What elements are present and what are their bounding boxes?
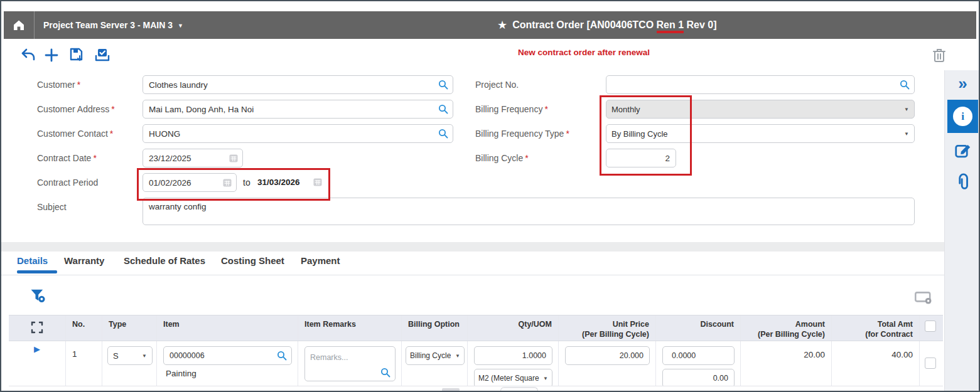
- search-icon[interactable]: [380, 368, 390, 378]
- row-qty-input[interactable]: [474, 346, 552, 365]
- customer-input[interactable]: [143, 75, 453, 94]
- row-remarks-field: [304, 346, 396, 381]
- panel-tab-attachments[interactable]: [945, 172, 980, 193]
- row-type-value: S: [113, 351, 119, 361]
- required-asterisk: *: [110, 129, 113, 139]
- server-menu-label: Project Team Server 3 - MAIN 3: [43, 20, 173, 30]
- double-chevron-right-icon: »: [958, 74, 967, 93]
- row-item-remarks-cell: [298, 341, 401, 386]
- header-discount: Discount: [655, 315, 740, 341]
- favorite-star-icon[interactable]: ★: [497, 19, 507, 31]
- row-no: 1: [65, 341, 102, 386]
- panel-tab-edit[interactable]: [945, 142, 980, 161]
- items-table-header: No. Type Item Item Remarks Billing Optio…: [9, 315, 943, 341]
- header-unit-price-line2: (Per Billing Cycle): [565, 330, 649, 340]
- customer-address-label: Customer Address*: [37, 104, 115, 114]
- undo-button[interactable]: [20, 48, 36, 65]
- customer-address-label-text: Customer Address: [37, 104, 109, 114]
- info-letter: i: [961, 110, 964, 123]
- row-expand-button[interactable]: ▶: [9, 341, 65, 386]
- window-title: ★ Contract Order [AN00406TCO Ren 1 Rev 0…: [497, 11, 717, 39]
- subject-label: Subject: [37, 202, 67, 212]
- billing-frequency-type-value: By Billing Cycle: [611, 129, 668, 139]
- row-checkbox[interactable]: [925, 358, 936, 369]
- row-type-select[interactable]: S ▼: [107, 346, 153, 365]
- server-menu[interactable]: Project Team Server 3 - MAIN 3 ▼: [43, 20, 183, 30]
- info-icon: i: [953, 107, 972, 126]
- row-item-field: [163, 346, 292, 365]
- chevron-down-icon: ▼: [455, 353, 460, 359]
- tab-warranty[interactable]: Warranty: [64, 255, 104, 266]
- clipped-next-row-button: [500, 387, 538, 392]
- title-suffix: Rev 0]: [684, 19, 716, 30]
- tab-schedule-of-rates[interactable]: Schedule of Rates: [124, 255, 205, 266]
- expand-all-button[interactable]: [9, 315, 65, 341]
- contract-date-input[interactable]: [143, 149, 243, 167]
- chevron-down-icon: ▼: [178, 23, 183, 29]
- row-discount-amt-input[interactable]: [662, 369, 735, 386]
- row-discount-pct-input[interactable]: [662, 346, 735, 365]
- contract-date-label: Contract Date*: [37, 153, 97, 163]
- grid-column-settings-button[interactable]: [913, 289, 934, 309]
- row-qty-uom-cell: M2 (Meter Square ▼: [467, 341, 558, 386]
- calendar-icon[interactable]: [223, 178, 232, 187]
- search-icon[interactable]: [900, 80, 910, 90]
- search-icon[interactable]: [277, 351, 287, 361]
- submit-check-icon: [94, 48, 110, 63]
- search-icon[interactable]: [438, 129, 448, 139]
- tab-details[interactable]: Details: [17, 255, 48, 266]
- customer-address-input[interactable]: [143, 100, 453, 119]
- grid-filter-settings-button[interactable]: [29, 287, 46, 307]
- billing-frequency-type-select[interactable]: By Billing Cycle ▼: [606, 124, 915, 143]
- contract-period-to-value[interactable]: 31/03/2026: [257, 177, 300, 187]
- row-billing-option-value: Billing Cycle: [410, 351, 451, 360]
- tabstrip-divider: [1, 275, 944, 275]
- submit-button[interactable]: [94, 48, 110, 65]
- billing-cycle-input[interactable]: [606, 149, 676, 167]
- row-item-cell: Painting: [156, 341, 298, 386]
- new-record-button[interactable]: [44, 48, 59, 65]
- billing-frequency-value: Monthly: [611, 105, 640, 114]
- chevron-down-icon: ▼: [904, 131, 909, 137]
- project-no-label: Project No.: [475, 80, 519, 90]
- customer-contact-input[interactable]: [143, 124, 453, 143]
- customer-label: Customer*: [37, 80, 80, 90]
- panel-tab-info[interactable]: i: [947, 100, 978, 133]
- project-no-input[interactable]: [606, 75, 915, 94]
- header-no: No.: [65, 315, 102, 341]
- row-item-input[interactable]: [163, 346, 292, 365]
- row-unit-price-input[interactable]: [565, 346, 650, 365]
- header-amount-line1: Amount: [747, 320, 825, 330]
- row-billing-option-select[interactable]: Billing Cycle ▼: [406, 346, 465, 365]
- undo-icon: [20, 48, 36, 63]
- contract-period-to-text: to: [243, 177, 250, 188]
- annotation-note: New contract order after renewal: [518, 48, 650, 57]
- delete-button[interactable]: [932, 46, 947, 66]
- active-tab-underline: [17, 270, 57, 273]
- billing-cycle-field: [606, 149, 676, 167]
- billing-frequency-select[interactable]: Monthly ▼: [606, 100, 915, 119]
- save-icon: [68, 46, 85, 63]
- calendar-icon[interactable]: [313, 177, 322, 186]
- row-uom-select[interactable]: M2 (Meter Square ▼: [474, 369, 552, 386]
- customer-contact-label: Customer Contact*: [37, 129, 113, 139]
- search-icon[interactable]: [438, 80, 448, 90]
- select-all-checkbox[interactable]: [925, 320, 936, 332]
- customer-contact-label-text: Customer Contact: [37, 129, 108, 139]
- subject-input[interactable]: warranty config: [143, 198, 915, 225]
- header-qty-uom: Qty/UOM: [467, 315, 558, 341]
- save-button[interactable]: [68, 46, 85, 66]
- calendar-icon[interactable]: [229, 154, 238, 162]
- header-total-amt: Total Amt (for Contract Period): [831, 315, 919, 341]
- home-button[interactable]: [4, 11, 35, 39]
- billing-frequency-type-label: Billing Frequency Type*: [475, 129, 569, 139]
- tab-payment[interactable]: Payment: [301, 255, 340, 266]
- search-icon[interactable]: [438, 104, 448, 114]
- paperclip-icon: [953, 172, 973, 193]
- collapse-panel-button[interactable]: »: [945, 75, 980, 92]
- customer-address-field: [143, 100, 453, 119]
- header-billing-option: Billing Option: [401, 315, 467, 341]
- tab-costing-sheet[interactable]: Costing Sheet: [221, 255, 284, 266]
- header-total-amt-line1: Total Amt: [838, 320, 913, 330]
- chevron-down-icon: ▼: [904, 107, 909, 112]
